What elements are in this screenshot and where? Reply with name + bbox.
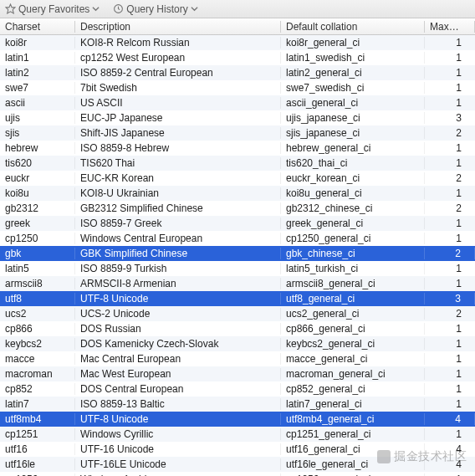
table-row[interactable]: greekISO 8859-7 Greekgreek_general_ci1 <box>0 216 475 231</box>
cell-charset: ucs2 <box>0 308 75 320</box>
cell-maxlen: 4 <box>425 413 475 425</box>
table-row[interactable]: latin2ISO 8859-2 Central Europeanlatin2_… <box>0 65 475 80</box>
cell-charset: koi8u <box>0 187 75 199</box>
col-header-description[interactable]: Description <box>75 21 281 33</box>
table-row[interactable]: swe77bit Swedishswe7_swedish_ci1 <box>0 80 475 95</box>
cell-charset: utf16 <box>0 443 75 455</box>
cell-description: GBK Simplified Chinese <box>75 248 281 259</box>
cell-maxlen: 1 <box>425 338 475 350</box>
cell-charset: utf8mb4 <box>0 413 75 425</box>
cell-collation: keybcs2_general_ci <box>281 338 425 350</box>
table-row[interactable]: latin7ISO 8859-13 Balticlatin7_general_c… <box>0 397 475 412</box>
cell-collation: cp852_general_ci <box>281 383 425 395</box>
cell-maxlen: 1 <box>425 52 475 64</box>
cell-maxlen: 1 <box>425 37 475 49</box>
cell-description: UTF-16LE Unicode <box>75 458 281 470</box>
cell-collation: koi8r_general_ci <box>281 37 425 49</box>
cell-charset: latin2 <box>0 67 75 79</box>
table-row[interactable]: sjisShift-JIS Japanesesjis_japanese_ci2 <box>0 125 475 141</box>
table-row[interactable]: asciiUS ASCIIascii_general_ci1 <box>0 95 475 110</box>
col-header-charset[interactable]: Charset <box>0 21 75 33</box>
table-row[interactable]: cp852DOS Central Europeancp852_general_c… <box>0 381 475 397</box>
cell-maxlen: 1 <box>425 263 475 274</box>
cell-description: EUC-JP Japanese <box>75 112 281 124</box>
cell-collation: utf16le_general_ci <box>281 458 425 470</box>
table-row[interactable]: macceMac Central Europeanmacce_general_c… <box>0 351 475 366</box>
table-row[interactable]: hebrewISO 8859-8 Hebrewhebrew_general_ci… <box>0 141 475 156</box>
cell-collation: tis620_thai_ci <box>281 157 425 169</box>
cell-collation: koi8u_general_ci <box>281 187 425 199</box>
table-body: koi8rKOI8-R Relcom Russiankoi8r_general_… <box>0 35 475 476</box>
cell-maxlen: 1 <box>425 233 475 244</box>
table-row[interactable]: ujisEUC-JP Japaneseujis_japanese_ci3 <box>0 110 475 125</box>
cell-description: DOS Kamenicky Czech-Slovak <box>75 338 281 350</box>
cell-description: Mac Central European <box>75 353 281 365</box>
table-row[interactable]: koi8rKOI8-R Relcom Russiankoi8r_general_… <box>0 35 475 50</box>
col-header-collation[interactable]: Default collation <box>281 21 425 33</box>
cell-maxlen: 1 <box>425 428 475 440</box>
cell-maxlen: 3 <box>425 112 475 124</box>
clock-icon <box>113 3 124 14</box>
table-row[interactable]: ucs2UCS-2 Unicodeucs2_general_ci2 <box>0 306 475 321</box>
table-row[interactable]: cp1251Windows Cyrilliccp1251_general_ci1 <box>0 427 475 442</box>
cell-collation: ascii_general_ci <box>281 97 425 109</box>
query-favorites-button[interactable]: Query Favorites <box>5 3 100 15</box>
cell-collation: gb2312_chinese_ci <box>281 202 425 214</box>
cell-charset: ujis <box>0 112 75 124</box>
cell-description: ISO 8859-7 Greek <box>75 218 281 229</box>
cell-charset: cp852 <box>0 383 75 395</box>
cell-maxlen: 2 <box>425 172 475 184</box>
cell-collation: macroman_general_ci <box>281 368 425 380</box>
cell-collation: sjis_japanese_ci <box>281 127 425 139</box>
cell-collation: euckr_korean_ci <box>281 172 425 184</box>
col-header-maxlen[interactable]: Maxlen <box>425 21 475 33</box>
cell-description: Windows Central European <box>75 233 281 244</box>
cell-charset: ascii <box>0 97 75 109</box>
table-row[interactable]: gbkGBK Simplified Chinesegbk_chinese_ci2 <box>0 246 475 261</box>
cell-charset: gb2312 <box>0 202 75 214</box>
table-row[interactable]: koi8uKOI8-U Ukrainiankoi8u_general_ci1 <box>0 186 475 201</box>
cell-description: GB2312 Simplified Chinese <box>75 202 281 214</box>
cell-description: ISO 8859-9 Turkish <box>75 263 281 274</box>
cell-description: KOI8-U Ukrainian <box>75 187 281 199</box>
cell-maxlen: 4 <box>425 443 475 455</box>
table-row[interactable]: tis620TIS620 Thaitis620_thai_ci1 <box>0 156 475 171</box>
cell-maxlen: 2 <box>425 202 475 214</box>
table-row[interactable]: latin5ISO 8859-9 Turkishlatin5_turkish_c… <box>0 261 475 276</box>
table-row[interactable]: utf8mb4UTF-8 Unicodeutf8mb4_general_ci4 <box>0 412 475 427</box>
cell-collation: latin7_general_ci <box>281 398 425 410</box>
cell-maxlen: 4 <box>425 458 475 470</box>
table-row[interactable]: macromanMac West Europeanmacroman_genera… <box>0 366 475 381</box>
history-label: Query History <box>126 3 187 15</box>
cell-maxlen: 1 <box>425 278 475 289</box>
cell-maxlen: 1 <box>425 97 475 109</box>
cell-charset: tis620 <box>0 157 75 169</box>
cell-maxlen: 2 <box>425 127 475 139</box>
cell-description: Mac West European <box>75 368 281 380</box>
cell-charset: greek <box>0 218 75 229</box>
cell-collation: ujis_japanese_ci <box>281 112 425 124</box>
star-icon <box>5 3 16 14</box>
table-row[interactable]: cp866DOS Russiancp866_general_ci1 <box>0 321 475 336</box>
table-row[interactable]: armscii8ARMSCII-8 Armenianarmscii8_gener… <box>0 276 475 291</box>
cell-charset: gbk <box>0 248 75 259</box>
cell-description: UCS-2 Unicode <box>75 308 281 320</box>
cell-charset: latin5 <box>0 263 75 274</box>
table-row[interactable]: latin1cp1252 West Europeanlatin1_swedish… <box>0 50 475 65</box>
cell-charset: utf8 <box>0 293 75 305</box>
table-row[interactable]: euckrEUC-KR Koreaneuckr_korean_ci2 <box>0 171 475 186</box>
table-row[interactable]: cp1256Windows Arabiccp1256_general_ci1 <box>0 472 475 476</box>
query-history-button[interactable]: Query History <box>113 3 197 15</box>
cell-maxlen: 1 <box>425 82 475 94</box>
table-row[interactable]: cp1250Windows Central Europeancp1250_gen… <box>0 231 475 246</box>
table-row[interactable]: keybcs2DOS Kamenicky Czech-Slovakkeybcs2… <box>0 336 475 351</box>
cell-collation: cp866_general_ci <box>281 323 425 335</box>
cell-charset: macroman <box>0 368 75 380</box>
table-row[interactable]: utf8UTF-8 Unicodeutf8_general_ci3 <box>0 291 475 306</box>
table-row[interactable]: utf16leUTF-16LE Unicodeutf16le_general_c… <box>0 457 475 472</box>
table-row[interactable]: utf16UTF-16 Unicodeutf16_general_ci4 <box>0 442 475 457</box>
cell-collation: hebrew_general_ci <box>281 142 425 154</box>
table-row[interactable]: gb2312GB2312 Simplified Chinesegb2312_ch… <box>0 201 475 216</box>
cell-maxlen: 1 <box>425 218 475 229</box>
cell-description: Windows Cyrillic <box>75 428 281 440</box>
